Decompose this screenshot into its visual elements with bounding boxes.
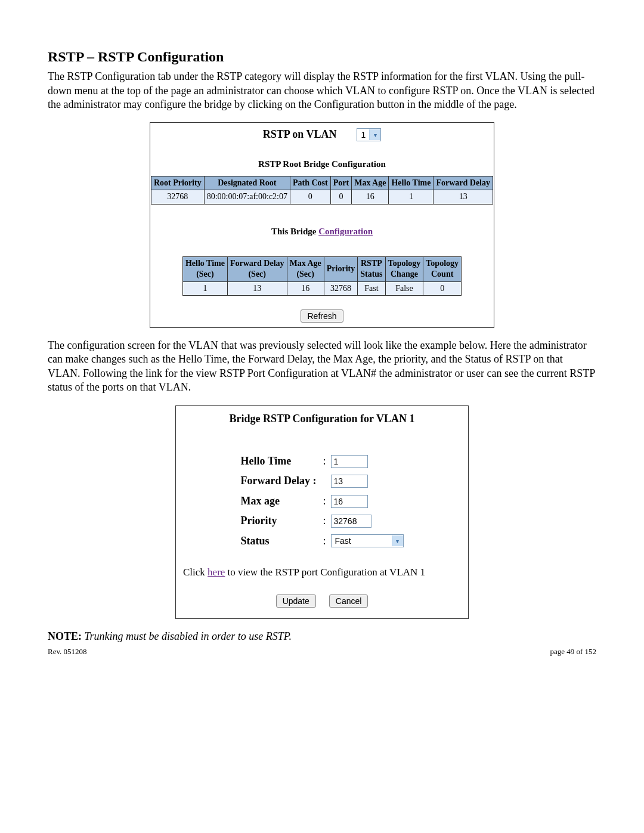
col-rstp-status: RSTPStatus — [358, 257, 385, 281]
col-hello-time: Hello Time(Sec) — [182, 257, 227, 281]
colon: : — [321, 454, 327, 468]
col-max-age: Max Age — [352, 176, 389, 190]
colon: : — [321, 514, 327, 528]
cell: Fast — [358, 281, 385, 295]
status-select[interactable]: Fast ▾ — [331, 534, 404, 547]
col-forward-delay: Forward Delay(Sec) — [227, 257, 287, 281]
hello-time-label: Hello Time — [240, 454, 318, 468]
forward-delay-label: Forward Delay : — [240, 474, 318, 488]
table-row: 32768 80:00:00:07:af:00:c2:07 0 0 16 1 1… — [151, 190, 493, 204]
priority-label: Priority — [240, 514, 318, 528]
table-row: Hello Time(Sec) Forward Delay(Sec) Max A… — [182, 257, 461, 281]
this-bridge-table: Hello Time(Sec) Forward Delay(Sec) Max A… — [182, 256, 462, 296]
cell: 80:00:00:07:af:00:c2:07 — [204, 190, 290, 204]
cell: 1 — [389, 190, 434, 204]
root-bridge-table: Root Priority Designated Root Path Cost … — [151, 176, 493, 204]
status-value: Fast — [332, 535, 392, 546]
link-prefix: Click — [183, 566, 208, 578]
cell: 13 — [434, 190, 493, 204]
cell: 16 — [352, 190, 389, 204]
rstp-port-config-link[interactable]: here — [208, 566, 225, 578]
hello-time-input[interactable] — [331, 455, 368, 468]
max-age-label: Max age — [240, 494, 318, 508]
configuration-link[interactable]: Configuration — [318, 227, 373, 236]
col-designated-root: Designated Root — [204, 176, 290, 190]
page-footer: Rev. 051208 page 49 of 152 — [48, 647, 596, 657]
port-config-link-line: Click here to view the RSTP port Configu… — [176, 555, 468, 594]
cell: 13 — [227, 281, 287, 295]
col-hello-time: Hello Time — [389, 176, 434, 190]
this-bridge-heading: This Bridge Configuration — [150, 224, 494, 244]
colon: : — [321, 494, 327, 508]
table-row: 1 13 16 32768 Fast False 0 — [182, 281, 461, 295]
col-topology-change: TopologyChange — [385, 257, 423, 281]
vlan-select[interactable]: 1 ▾ — [357, 128, 381, 141]
cell: 32768 — [151, 190, 204, 204]
col-path-cost: Path Cost — [290, 176, 331, 190]
colon: : — [321, 534, 327, 548]
intro-paragraph: The RSTP Configuration tab under the RST… — [48, 70, 596, 112]
table-row: Root Priority Designated Root Path Cost … — [151, 176, 493, 190]
note-text: Trunking must be disabled in order to us… — [82, 630, 292, 642]
vlan-select-value: 1 — [357, 129, 369, 140]
update-button[interactable]: Update — [276, 594, 316, 608]
rstp-vlan-panel: RSTP on VLAN 1 ▾ RSTP Root Bridge Config… — [150, 122, 494, 328]
mid-paragraph: The configuration screen for the VLAN th… — [48, 339, 596, 395]
col-forward-delay: Forward Delay — [434, 176, 493, 190]
cell: 0 — [423, 281, 462, 295]
root-bridge-heading: RSTP Root Bridge Configuration — [150, 156, 494, 176]
note-line: NOTE: Trunking must be disabled in order… — [48, 630, 596, 643]
col-topology-count: TopologyCount — [423, 257, 462, 281]
cell: 0 — [330, 190, 351, 204]
col-priority: Priority — [324, 257, 357, 281]
chevron-down-icon: ▾ — [392, 535, 403, 546]
chevron-down-icon: ▾ — [369, 129, 380, 140]
footer-rev: Rev. 051208 — [48, 647, 87, 657]
cell: 32768 — [324, 281, 357, 295]
refresh-button[interactable]: Refresh — [301, 309, 343, 323]
cell: False — [385, 281, 423, 295]
col-port: Port — [330, 176, 351, 190]
max-age-input[interactable] — [331, 495, 368, 508]
panel2-title: Bridge RSTP Configuration for VLAN 1 — [176, 408, 468, 454]
link-suffix: to view the RSTP port Configuration at V… — [225, 566, 425, 578]
cell: 1 — [182, 281, 227, 295]
panel1-title: RSTP on VLAN — [263, 128, 337, 141]
note-prefix: NOTE: — [48, 630, 82, 642]
this-bridge-label: This Bridge — [271, 227, 318, 236]
footer-page: page 49 of 152 — [550, 647, 596, 657]
cell: 16 — [287, 281, 324, 295]
col-max-age: Max Age(Sec) — [287, 257, 324, 281]
status-label: Status — [240, 534, 318, 548]
cell: 0 — [290, 190, 331, 204]
forward-delay-input[interactable] — [331, 475, 368, 488]
cancel-button[interactable]: Cancel — [329, 594, 369, 608]
priority-input[interactable] — [331, 515, 371, 528]
config-form: Hello Time : Forward Delay : Max age : P… — [176, 454, 468, 555]
page-heading: RSTP – RSTP Configuration — [48, 48, 596, 66]
col-root-priority: Root Priority — [151, 176, 204, 190]
bridge-rstp-config-panel: Bridge RSTP Configuration for VLAN 1 Hel… — [175, 405, 469, 619]
